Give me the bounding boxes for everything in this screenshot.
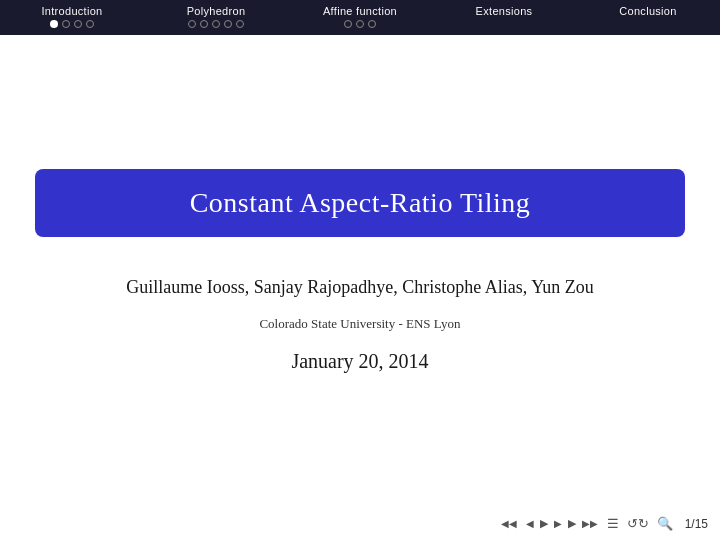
nav-section-affine[interactable]: Affine function (288, 5, 432, 28)
dot-poly-1 (188, 20, 196, 28)
dot-poly-5 (236, 20, 244, 28)
nav-label-conclusion: Conclusion (619, 5, 676, 17)
page-indicator: 1/15 (685, 517, 708, 531)
dot-affine-3 (368, 20, 376, 28)
arrow-right[interactable]: ▶ (551, 516, 565, 531)
nav-section-conclusion[interactable]: Conclusion (576, 5, 720, 20)
nav-section-introduction[interactable]: Introduction (0, 5, 144, 28)
slide-content: Constant Aspect-Ratio Tiling Guillaume I… (0, 35, 720, 506)
loop-icon[interactable]: ↺↻ (627, 516, 649, 532)
nav-dots-polyhedron (188, 20, 244, 28)
nav-bar: Introduction Polyhedron Affine function … (0, 0, 720, 35)
arrow-right-right[interactable]: ▶▶ (579, 516, 601, 531)
dot-intro-1 (50, 20, 58, 28)
arrow-left[interactable]: ◀ (523, 516, 537, 531)
dot-poly-3 (212, 20, 220, 28)
nav-section-polyhedron[interactable]: Polyhedron (144, 5, 288, 28)
nav-dots-introduction (50, 20, 94, 28)
nav-dots-affine (344, 20, 376, 28)
dot-poly-4 (224, 20, 232, 28)
nav-label-affine: Affine function (323, 5, 397, 17)
nav-controls[interactable]: ◀◀ ◀ ▶ ▶ ▶ ▶▶ (498, 516, 601, 531)
authors-text: Guillaume Iooss, Sanjay Rajopadhye, Chri… (126, 277, 593, 298)
nav-label-extensions: Extensions (476, 5, 533, 17)
nav-label-introduction: Introduction (41, 5, 102, 17)
dot-affine-1 (344, 20, 352, 28)
date-text: January 20, 2014 (291, 350, 428, 373)
bottom-icons: ☰ ↺↻ 🔍 (607, 516, 673, 532)
separator-1: ▶ (540, 517, 548, 530)
dot-poly-2 (200, 20, 208, 28)
separator-2: ▶ (568, 517, 576, 530)
dot-affine-2 (356, 20, 364, 28)
arrow-left-left[interactable]: ◀◀ (498, 516, 520, 531)
institution-text: Colorado State University - ENS Lyon (259, 316, 460, 332)
title-banner: Constant Aspect-Ratio Tiling (35, 169, 685, 237)
dot-intro-2 (62, 20, 70, 28)
nav-label-polyhedron: Polyhedron (187, 5, 246, 17)
bottom-bar: ◀◀ ◀ ▶ ▶ ▶ ▶▶ ☰ ↺↻ 🔍 1/15 (0, 506, 720, 541)
slide-title: Constant Aspect-Ratio Tiling (190, 187, 531, 218)
bookmark-icon[interactable]: ☰ (607, 516, 619, 532)
dot-intro-4 (86, 20, 94, 28)
dot-intro-3 (74, 20, 82, 28)
nav-section-extensions[interactable]: Extensions (432, 5, 576, 20)
search-icon[interactable]: 🔍 (657, 516, 673, 532)
